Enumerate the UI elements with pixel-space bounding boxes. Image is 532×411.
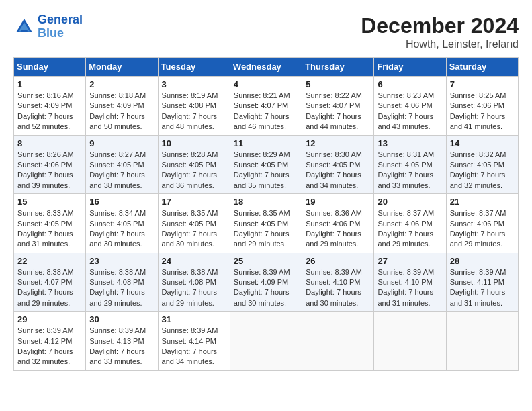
day-number: 11 [234,138,298,148]
day-info: Sunrise: 8:22 AM Sunset: 4:07 PM Dayligh… [306,91,370,132]
day-number: 29 [17,314,82,324]
day-info: Sunrise: 8:39 AM Sunset: 4:14 PM Dayligh… [162,326,226,367]
calendar-cell: 22 Sunrise: 8:38 AM Sunset: 4:07 PM Dayl… [14,253,86,312]
day-info: Sunrise: 8:38 AM Sunset: 4:08 PM Dayligh… [89,267,154,309]
calendar-cell: 6 Sunrise: 8:23 AM Sunset: 4:06 PM Dayli… [374,77,446,136]
svg-rect-2 [21,30,28,32]
day-number: 27 [378,256,442,266]
calendar-week-4: 22 Sunrise: 8:38 AM Sunset: 4:07 PM Dayl… [14,253,519,312]
day-number: 23 [89,256,154,266]
day-info: Sunrise: 8:38 AM Sunset: 4:08 PM Dayligh… [162,267,226,309]
day-info: Sunrise: 8:39 AM Sunset: 4:12 PM Dayligh… [17,326,82,367]
calendar-cell: 13 Sunrise: 8:31 AM Sunset: 4:05 PM Dayl… [374,135,446,194]
day-number: 3 [162,79,226,89]
day-number: 24 [162,256,226,266]
day-info: Sunrise: 8:35 AM Sunset: 4:05 PM Dayligh… [162,208,226,250]
day-number: 21 [450,197,515,207]
page-header: General Blue December 2024 Howth, Leinst… [13,13,519,50]
calendar-cell: 16 Sunrise: 8:34 AM Sunset: 4:05 PM Dayl… [86,194,158,253]
day-info: Sunrise: 8:19 AM Sunset: 4:08 PM Dayligh… [162,91,226,132]
day-number: 7 [450,79,515,89]
day-number: 14 [450,138,515,148]
day-info: Sunrise: 8:16 AM Sunset: 4:09 PM Dayligh… [17,91,82,132]
calendar-table: SundayMondayTuesdayWednesdayThursdayFrid… [13,57,519,371]
calendar-cell: 8 Sunrise: 8:26 AM Sunset: 4:06 PM Dayli… [14,135,86,194]
day-info: Sunrise: 8:30 AM Sunset: 4:05 PM Dayligh… [306,150,370,191]
day-info: Sunrise: 8:39 AM Sunset: 4:09 PM Dayligh… [234,267,298,309]
day-info: Sunrise: 8:32 AM Sunset: 4:05 PM Dayligh… [450,150,515,191]
calendar-week-3: 15 Sunrise: 8:33 AM Sunset: 4:05 PM Dayl… [14,194,519,253]
calendar-header-row: SundayMondayTuesdayWednesdayThursdayFrid… [14,58,519,77]
day-info: Sunrise: 8:25 AM Sunset: 4:06 PM Dayligh… [450,91,515,132]
day-info: Sunrise: 8:36 AM Sunset: 4:06 PM Dayligh… [306,208,370,250]
day-info: Sunrise: 8:29 AM Sunset: 4:05 PM Dayligh… [234,150,298,191]
calendar-cell: 7 Sunrise: 8:25 AM Sunset: 4:06 PM Dayli… [446,77,518,136]
day-number: 26 [306,256,370,266]
day-header-sunday: Sunday [14,58,86,77]
day-number: 18 [234,197,298,207]
day-info: Sunrise: 8:18 AM Sunset: 4:09 PM Dayligh… [89,91,154,132]
day-header-thursday: Thursday [302,58,374,77]
calendar-cell: 5 Sunrise: 8:22 AM Sunset: 4:07 PM Dayli… [302,77,374,136]
calendar-week-5: 29 Sunrise: 8:39 AM Sunset: 4:12 PM Dayl… [14,312,519,371]
calendar-cell: 17 Sunrise: 8:35 AM Sunset: 4:05 PM Dayl… [158,194,230,253]
day-info: Sunrise: 8:27 AM Sunset: 4:05 PM Dayligh… [89,150,154,191]
day-number: 9 [89,138,154,148]
day-info: Sunrise: 8:37 AM Sunset: 4:06 PM Dayligh… [450,208,515,250]
calendar-cell: 14 Sunrise: 8:32 AM Sunset: 4:05 PM Dayl… [446,135,518,194]
day-number: 30 [89,314,154,324]
calendar-cell: 24 Sunrise: 8:38 AM Sunset: 4:08 PM Dayl… [158,253,230,312]
day-number: 4 [234,79,298,89]
day-number: 5 [306,79,370,89]
day-number: 12 [306,138,370,148]
day-number: 1 [17,79,82,89]
calendar-cell: 11 Sunrise: 8:29 AM Sunset: 4:05 PM Dayl… [230,135,302,194]
day-info: Sunrise: 8:35 AM Sunset: 4:05 PM Dayligh… [234,208,298,250]
day-header-monday: Monday [86,58,158,77]
day-number: 2 [89,79,154,89]
calendar-cell: 30 Sunrise: 8:39 AM Sunset: 4:13 PM Dayl… [86,312,158,371]
calendar-cell: 3 Sunrise: 8:19 AM Sunset: 4:08 PM Dayli… [158,77,230,136]
calendar-cell: 25 Sunrise: 8:39 AM Sunset: 4:09 PM Dayl… [230,253,302,312]
day-header-saturday: Saturday [446,58,518,77]
day-info: Sunrise: 8:26 AM Sunset: 4:06 PM Dayligh… [17,150,82,191]
calendar-cell [302,312,374,371]
day-number: 17 [162,197,226,207]
day-number: 16 [89,197,154,207]
calendar-cell [374,312,446,371]
calendar-cell: 21 Sunrise: 8:37 AM Sunset: 4:06 PM Dayl… [446,194,518,253]
calendar-cell: 19 Sunrise: 8:36 AM Sunset: 4:06 PM Dayl… [302,194,374,253]
calendar-cell: 23 Sunrise: 8:38 AM Sunset: 4:08 PM Dayl… [86,253,158,312]
calendar-cell: 26 Sunrise: 8:39 AM Sunset: 4:10 PM Dayl… [302,253,374,312]
day-info: Sunrise: 8:39 AM Sunset: 4:10 PM Dayligh… [378,267,442,309]
day-header-friday: Friday [374,58,446,77]
calendar-cell: 28 Sunrise: 8:39 AM Sunset: 4:11 PM Dayl… [446,253,518,312]
day-number: 6 [378,79,442,89]
day-info: Sunrise: 8:28 AM Sunset: 4:05 PM Dayligh… [162,150,226,191]
day-number: 28 [450,256,515,266]
day-info: Sunrise: 8:38 AM Sunset: 4:07 PM Dayligh… [17,267,82,309]
title-block: December 2024 Howth, Leinster, Ireland [361,13,519,50]
logo-icon [13,16,35,38]
calendar-cell: 1 Sunrise: 8:16 AM Sunset: 4:09 PM Dayli… [14,77,86,136]
calendar-cell: 20 Sunrise: 8:37 AM Sunset: 4:06 PM Dayl… [374,194,446,253]
day-number: 25 [234,256,298,266]
day-number: 10 [162,138,226,148]
logo: General Blue [13,13,83,40]
day-info: Sunrise: 8:34 AM Sunset: 4:05 PM Dayligh… [89,208,154,250]
calendar-cell: 9 Sunrise: 8:27 AM Sunset: 4:05 PM Dayli… [86,135,158,194]
day-number: 15 [17,197,82,207]
day-number: 8 [17,138,82,148]
calendar-cell [230,312,302,371]
day-number: 31 [162,314,226,324]
day-header-tuesday: Tuesday [158,58,230,77]
day-info: Sunrise: 8:23 AM Sunset: 4:06 PM Dayligh… [378,91,442,132]
day-info: Sunrise: 8:33 AM Sunset: 4:05 PM Dayligh… [17,208,82,250]
location-title: Howth, Leinster, Ireland [361,38,519,50]
calendar-week-2: 8 Sunrise: 8:26 AM Sunset: 4:06 PM Dayli… [14,135,519,194]
day-info: Sunrise: 8:39 AM Sunset: 4:11 PM Dayligh… [450,267,515,309]
calendar-cell: 29 Sunrise: 8:39 AM Sunset: 4:12 PM Dayl… [14,312,86,371]
day-number: 20 [378,197,442,207]
day-info: Sunrise: 8:31 AM Sunset: 4:05 PM Dayligh… [378,150,442,191]
day-info: Sunrise: 8:21 AM Sunset: 4:07 PM Dayligh… [234,91,298,132]
